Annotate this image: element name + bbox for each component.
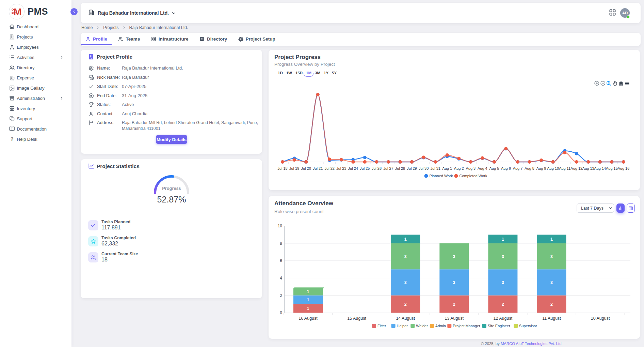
svg-text:Aug 11: Aug 11 — [559, 166, 570, 170]
svg-text:11 August: 11 August — [542, 316, 561, 321]
svg-text:Aug 4: Aug 4 — [478, 166, 487, 170]
svg-text:Aug 10: Aug 10 — [547, 166, 559, 170]
svg-text:Jul 25: Jul 25 — [360, 166, 370, 170]
svg-text:3: 3 — [550, 254, 553, 259]
svg-text:3: 3 — [404, 280, 407, 285]
svg-text:Aug 2: Aug 2 — [454, 166, 464, 170]
svg-text:2: 2 — [453, 302, 455, 307]
svg-text:8: 8 — [280, 241, 282, 246]
svg-text:3: 3 — [453, 280, 455, 285]
svg-text:Aug 5: Aug 5 — [489, 166, 499, 170]
svg-text:Welder: Welder — [416, 324, 428, 328]
svg-text:Aug 12: Aug 12 — [570, 166, 582, 170]
svg-text:6: 6 — [280, 258, 282, 263]
svg-text:1: 1 — [307, 298, 309, 302]
svg-text:Jul 19: Jul 19 — [289, 166, 299, 170]
svg-text:Aug 8: Aug 8 — [525, 166, 534, 170]
svg-text:Jul 27: Jul 27 — [383, 166, 393, 170]
svg-text:3: 3 — [453, 254, 455, 259]
svg-text:1: 1 — [550, 237, 553, 242]
svg-text:2: 2 — [502, 302, 504, 307]
svg-text:Jul 29: Jul 29 — [407, 166, 417, 170]
svg-text:Jul 31: Jul 31 — [431, 166, 440, 170]
svg-text:Jul 28: Jul 28 — [395, 166, 405, 170]
svg-text:Project Manager: Project Manager — [453, 324, 480, 328]
svg-text:Aug 3: Aug 3 — [466, 166, 476, 170]
svg-text:Aug 14: Aug 14 — [594, 166, 606, 170]
svg-text:Helper: Helper — [397, 324, 408, 328]
svg-text:Supervisor: Supervisor — [519, 324, 537, 328]
svg-text:3: 3 — [404, 254, 407, 259]
svg-text:0: 0 — [280, 311, 282, 315]
svg-text:Completed Work: Completed Work — [460, 174, 487, 178]
svg-text:Jul 22: Jul 22 — [325, 166, 335, 170]
svg-text:Aug 16: Aug 16 — [617, 166, 629, 170]
svg-text:14 August: 14 August — [396, 316, 415, 321]
svg-text:Site Engineer: Site Engineer — [488, 324, 510, 328]
svg-text:3: 3 — [502, 254, 504, 259]
svg-text:Jul 24: Jul 24 — [348, 166, 358, 170]
svg-text:Admin: Admin — [435, 324, 446, 328]
svg-text:1: 1 — [307, 289, 309, 294]
svg-text:10: 10 — [278, 224, 283, 228]
svg-text:Aug 6: Aug 6 — [501, 166, 511, 170]
svg-text:Jul 21: Jul 21 — [313, 166, 323, 170]
svg-text:Aug 9: Aug 9 — [536, 166, 546, 170]
svg-text:2: 2 — [404, 302, 407, 307]
svg-text:15 August: 15 August — [347, 316, 366, 321]
svg-text:Jul 20: Jul 20 — [301, 166, 311, 170]
svg-text:1: 1 — [404, 237, 407, 242]
svg-text:1: 1 — [307, 306, 309, 311]
svg-text:4: 4 — [280, 276, 282, 281]
svg-text:Aug 1: Aug 1 — [442, 166, 452, 170]
svg-text:10 August: 10 August — [591, 316, 610, 321]
svg-text:16 August: 16 August — [299, 316, 318, 321]
svg-text:Planned Work: Planned Work — [430, 174, 453, 178]
svg-text:Jul 30: Jul 30 — [419, 166, 429, 170]
svg-text:Jul 18: Jul 18 — [277, 166, 287, 170]
svg-text:3: 3 — [550, 280, 553, 285]
svg-text:12 August: 12 August — [494, 316, 513, 321]
svg-text:2: 2 — [280, 293, 282, 298]
svg-text:3: 3 — [502, 280, 504, 285]
svg-text:2: 2 — [550, 302, 553, 307]
svg-text:Fitter: Fitter — [377, 324, 386, 328]
svg-text:1: 1 — [502, 237, 504, 242]
svg-text:Aug 7: Aug 7 — [513, 166, 523, 170]
svg-text:13 August: 13 August — [445, 316, 464, 321]
svg-text:Jul 26: Jul 26 — [372, 166, 382, 170]
svg-text:Aug 15: Aug 15 — [606, 166, 618, 170]
svg-text:Aug 13: Aug 13 — [582, 166, 594, 170]
svg-text:M: M — [13, 6, 21, 17]
svg-text:Jul 23: Jul 23 — [336, 166, 346, 170]
